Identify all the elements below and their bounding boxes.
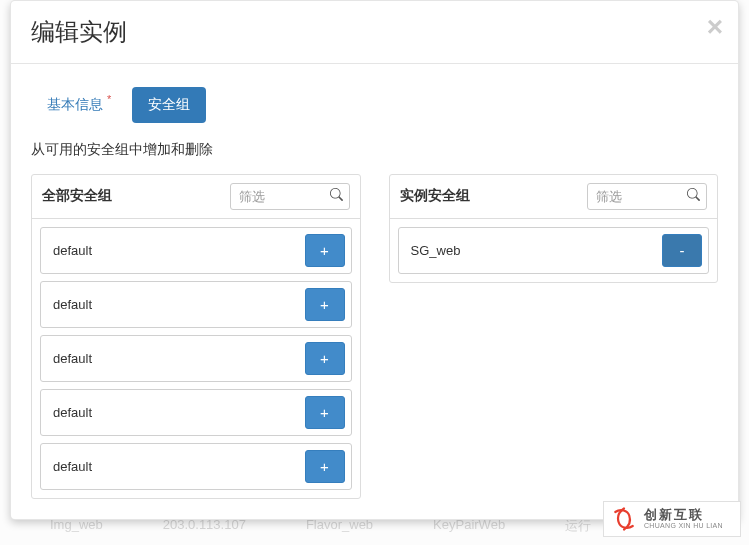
watermark-logo-icon: [610, 505, 638, 533]
available-panel: 全部安全组 default +: [31, 174, 361, 499]
available-groups-column: 全部安全组 default +: [31, 174, 361, 499]
assigned-panel: 实例安全组 SG_web -: [389, 174, 719, 283]
available-filter-wrap: [230, 183, 350, 210]
assigned-panel-header: 实例安全组: [390, 175, 718, 219]
tab-security-label: 安全组: [148, 96, 190, 112]
watermark: 创新互联 CHUANG XIN HU LIAN: [603, 501, 741, 537]
minus-icon: -: [680, 242, 685, 259]
close-button[interactable]: ×: [707, 13, 723, 41]
item-label: SG_web: [411, 243, 461, 258]
item-label: default: [53, 405, 92, 420]
modal-header: 编辑实例 ×: [11, 1, 738, 64]
plus-icon: +: [320, 242, 329, 259]
assigned-groups-column: 实例安全组 SG_web -: [389, 174, 719, 499]
list-item: default +: [40, 335, 352, 382]
remove-button[interactable]: -: [662, 234, 702, 267]
item-label: default: [53, 459, 92, 474]
available-panel-header: 全部安全组: [32, 175, 360, 219]
plus-icon: +: [320, 458, 329, 475]
plus-icon: +: [320, 296, 329, 313]
available-filter-input[interactable]: [230, 183, 350, 210]
add-button[interactable]: +: [305, 234, 345, 267]
available-panel-body: default + default + default + default: [32, 219, 360, 498]
edit-instance-modal: 编辑实例 × 基本信息 * 安全组 从可用的安全组中增加和删除 全部安全组: [10, 0, 739, 520]
modal-body: 基本信息 * 安全组 从可用的安全组中增加和删除 全部安全组: [11, 64, 738, 519]
section-description: 从可用的安全组中增加和删除: [31, 141, 718, 159]
list-item: default +: [40, 281, 352, 328]
item-label: default: [53, 243, 92, 258]
add-button[interactable]: +: [305, 342, 345, 375]
security-group-columns: 全部安全组 default +: [31, 174, 718, 499]
modal-title: 编辑实例: [31, 16, 718, 48]
watermark-en: CHUANG XIN HU LIAN: [644, 522, 723, 530]
list-item: default +: [40, 227, 352, 274]
add-button[interactable]: +: [305, 288, 345, 321]
plus-icon: +: [320, 350, 329, 367]
add-button[interactable]: +: [305, 396, 345, 429]
assigned-panel-body: SG_web -: [390, 219, 718, 282]
assigned-title: 实例安全组: [400, 187, 470, 205]
required-indicator: *: [107, 93, 111, 105]
assigned-filter-wrap: [587, 183, 707, 210]
add-button[interactable]: +: [305, 450, 345, 483]
watermark-cn: 创新互联: [644, 508, 723, 522]
tab-bar: 基本信息 * 安全组: [31, 84, 718, 123]
item-label: default: [53, 297, 92, 312]
list-item: SG_web -: [398, 227, 710, 274]
watermark-text: 创新互联 CHUANG XIN HU LIAN: [644, 508, 723, 530]
tab-security-group[interactable]: 安全组: [132, 87, 206, 123]
tab-basic-label: 基本信息: [47, 96, 103, 112]
plus-icon: +: [320, 404, 329, 421]
item-label: default: [53, 351, 92, 366]
list-item: default +: [40, 443, 352, 490]
close-icon: ×: [707, 11, 723, 42]
assigned-filter-input[interactable]: [587, 183, 707, 210]
available-title: 全部安全组: [42, 187, 112, 205]
tab-basic-info[interactable]: 基本信息 *: [31, 84, 127, 123]
list-item: default +: [40, 389, 352, 436]
